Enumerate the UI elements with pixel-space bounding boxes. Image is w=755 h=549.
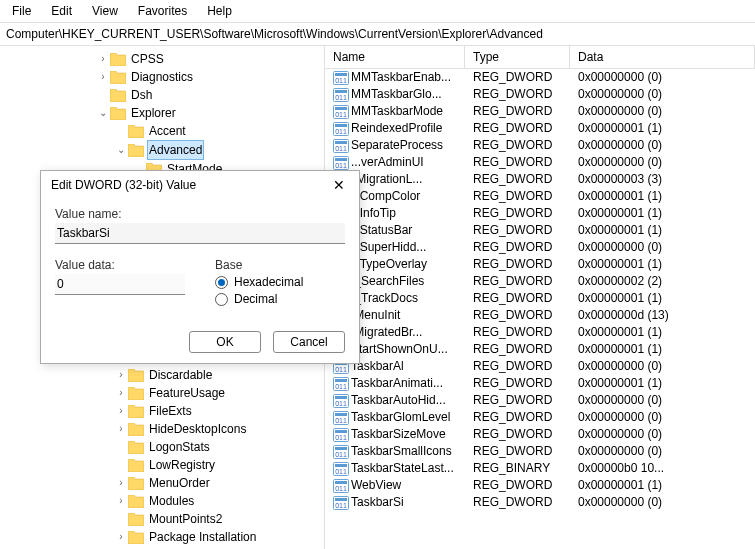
tree-node[interactable]: ›Diagnostics <box>6 68 324 86</box>
tree-node[interactable]: ›HideDesktopIcons <box>6 420 324 438</box>
list-row[interactable]: 011TaskbarStateLast...REG_BINARY0x00000b… <box>325 460 755 477</box>
tree-label[interactable]: MountPoints2 <box>147 510 224 528</box>
list-row[interactable]: 011MMTaskbarModeREG_DWORD0x00000000 (0) <box>325 103 755 120</box>
list-row[interactable]: 011wTypeOverlayREG_DWORD0x00000001 (1) <box>325 256 755 273</box>
col-data[interactable]: Data <box>570 46 755 68</box>
chevron-right-icon[interactable]: › <box>114 474 128 492</box>
value-type: REG_DWORD <box>465 307 570 324</box>
value-type: REG_DWORD <box>465 494 570 511</box>
tree-label[interactable]: MenuOrder <box>147 474 212 492</box>
cancel-button[interactable]: Cancel <box>273 331 345 353</box>
tree-node[interactable]: ›FeatureUsage <box>6 384 324 402</box>
value-data: 0x00000001 (1) <box>570 341 755 358</box>
tree-node[interactable]: ›Modules <box>6 492 324 510</box>
tree-label[interactable]: Accent <box>147 122 188 140</box>
menu-item-favorites[interactable]: Favorites <box>130 2 195 20</box>
tree-node[interactable]: ›MenuOrder <box>6 474 324 492</box>
tree-label[interactable]: Advanced <box>147 140 204 160</box>
list-row[interactable]: 011MMTaskbarEnab...REG_DWORD0x00000000 (… <box>325 69 755 86</box>
value-type: REG_DWORD <box>465 69 570 86</box>
address-bar[interactable]: Computer\HKEY_CURRENT_USER\Software\Micr… <box>0 23 755 46</box>
value-data: 0x0000000d (13) <box>570 307 755 324</box>
tree-node[interactable]: ›CPSS <box>6 50 324 68</box>
svg-rect-61 <box>335 413 347 416</box>
list-row[interactable]: 011t_TrackDocsREG_DWORD0x00000001 (1) <box>325 290 755 307</box>
tree-label[interactable]: Discardable <box>147 366 214 384</box>
tree-label[interactable]: HideDesktopIcons <box>147 420 248 438</box>
tree-label[interactable]: LogonStats <box>147 438 212 456</box>
list-body[interactable]: 011MMTaskbarEnab...REG_DWORD0x00000000 (… <box>325 69 755 549</box>
list-row[interactable]: 011TaskbarSiREG_DWORD0x00000000 (0) <box>325 494 755 511</box>
radio-hex[interactable] <box>215 276 228 289</box>
list-row[interactable]: 011StartShownOnU...REG_DWORD0x00000001 (… <box>325 341 755 358</box>
list-row[interactable]: 011wInfoTipREG_DWORD0x00000001 (1) <box>325 205 755 222</box>
base-group-label: Base <box>215 258 345 272</box>
menu-item-help[interactable]: Help <box>199 2 240 20</box>
tree-node[interactable]: ›Dsh <box>6 86 324 104</box>
list-row[interactable]: 011SeparateProcessREG_DWORD0x00000000 (0… <box>325 137 755 154</box>
chevron-down-icon[interactable]: ⌄ <box>114 141 128 159</box>
list-row[interactable]: 011WebViewREG_DWORD0x00000001 (1) <box>325 477 755 494</box>
value-data-input[interactable] <box>55 274 185 295</box>
list-row[interactable]: 011tMigratedBr...REG_DWORD0x00000001 (1) <box>325 324 755 341</box>
radio-dec-row[interactable]: Decimal <box>215 292 345 306</box>
list-row[interactable]: 011TaskbarAlREG_DWORD0x00000000 (0) <box>325 358 755 375</box>
list-row[interactable]: 011TaskbarSmallIconsREG_DWORD0x00000000 … <box>325 443 755 460</box>
list-row[interactable]: 011TaskbarAutoHid...REG_DWORD0x00000000 … <box>325 392 755 409</box>
close-icon[interactable]: ✕ <box>327 177 351 193</box>
value-name: wSuperHidd... <box>351 240 426 254</box>
chevron-right-icon[interactable]: › <box>114 420 128 438</box>
list-row[interactable]: 011ReindexedProfileREG_DWORD0x00000001 (… <box>325 120 755 137</box>
radio-hex-row[interactable]: Hexadecimal <box>215 275 345 289</box>
list-header[interactable]: Name Type Data <box>325 46 755 69</box>
chevron-right-icon[interactable]: › <box>96 50 110 68</box>
list-row[interactable]: 011wStatusBarREG_DWORD0x00000001 (1) <box>325 222 755 239</box>
col-type[interactable]: Type <box>465 46 570 68</box>
list-row[interactable]: 011MMTaskbarGlo...REG_DWORD0x00000000 (0… <box>325 86 755 103</box>
svg-rect-70 <box>335 464 347 467</box>
list-row[interactable]: 011TaskbarAnimati...REG_DWORD0x00000001 … <box>325 375 755 392</box>
value-name-input[interactable] <box>55 223 345 244</box>
list-row[interactable]: 011t_SearchFilesREG_DWORD0x00000002 (2) <box>325 273 755 290</box>
ok-button[interactable]: OK <box>189 331 261 353</box>
tree-label[interactable]: Modules <box>147 492 196 510</box>
tree-label[interactable]: Package Installation <box>147 528 258 546</box>
list-row[interactable]: 011TaskbarGlomLevelREG_DWORD0x00000000 (… <box>325 409 755 426</box>
col-name[interactable]: Name <box>325 46 465 68</box>
chevron-right-icon[interactable]: › <box>96 68 110 86</box>
tree-node[interactable]: ›MountPoints2 <box>6 510 324 528</box>
tree-label[interactable]: Diagnostics <box>129 68 195 86</box>
list-row[interactable]: 011llMigrationL...REG_DWORD0x00000003 (3… <box>325 171 755 188</box>
chevron-down-icon[interactable]: ⌄ <box>96 104 110 122</box>
tree-label[interactable]: CPSS <box>129 50 166 68</box>
tree-node[interactable]: ›Discardable <box>6 366 324 384</box>
dialog-title-text: Edit DWORD (32-bit) Value <box>51 178 196 192</box>
tree-node[interactable]: ⌄Advanced <box>6 140 324 160</box>
tree-node[interactable]: ›LowRegistry <box>6 456 324 474</box>
list-row[interactable]: 011TaskbarSizeMoveREG_DWORD0x00000000 (0… <box>325 426 755 443</box>
chevron-right-icon[interactable]: › <box>114 402 128 420</box>
tree-label[interactable]: FeatureUsage <box>147 384 227 402</box>
list-row[interactable]: 011wCompColorREG_DWORD0x00000001 (1) <box>325 188 755 205</box>
tree-node[interactable]: ›LogonStats <box>6 438 324 456</box>
list-row[interactable]: 011...verAdminUIREG_DWORD0x00000000 (0) <box>325 154 755 171</box>
value-name: TaskbarSi <box>351 495 404 509</box>
list-row[interactable]: 011tMenuInitREG_DWORD0x0000000d (13) <box>325 307 755 324</box>
tree-node[interactable]: ⌄Explorer <box>6 104 324 122</box>
list-row[interactable]: 011wSuperHidd...REG_DWORD0x00000000 (0) <box>325 239 755 256</box>
tree-node[interactable]: ›Accent <box>6 122 324 140</box>
chevron-right-icon[interactable]: › <box>114 492 128 510</box>
menu-item-view[interactable]: View <box>84 2 126 20</box>
tree-label[interactable]: Explorer <box>129 104 178 122</box>
chevron-right-icon[interactable]: › <box>114 384 128 402</box>
chevron-right-icon[interactable]: › <box>114 528 128 546</box>
radio-dec[interactable] <box>215 293 228 306</box>
tree-label[interactable]: FileExts <box>147 402 194 420</box>
menu-item-file[interactable]: File <box>4 2 39 20</box>
menu-item-edit[interactable]: Edit <box>43 2 80 20</box>
tree-label[interactable]: LowRegistry <box>147 456 217 474</box>
chevron-right-icon[interactable]: › <box>114 366 128 384</box>
tree-node[interactable]: ›Package Installation <box>6 528 324 546</box>
tree-node[interactable]: ›FileExts <box>6 402 324 420</box>
tree-label[interactable]: Dsh <box>129 86 154 104</box>
